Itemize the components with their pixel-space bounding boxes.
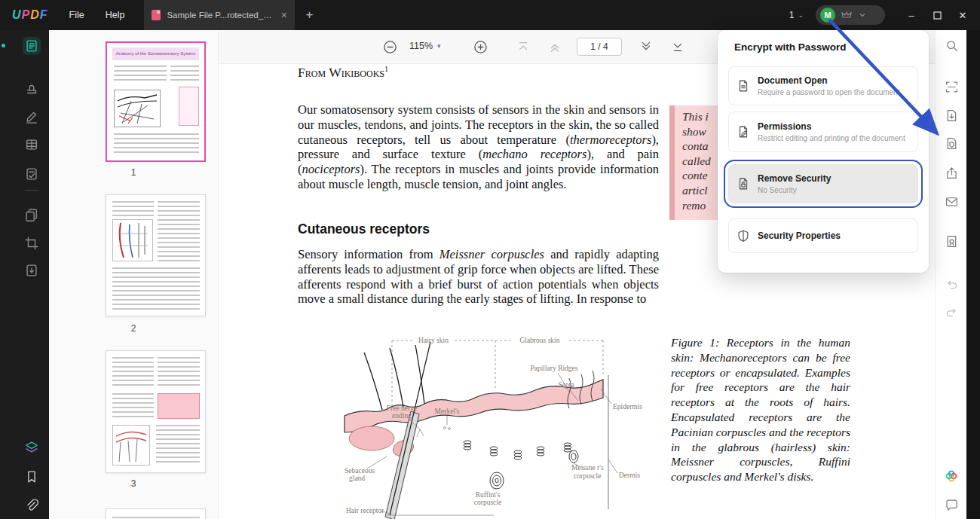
document-count-dropdown[interactable]: 1 ⌄: [789, 10, 804, 20]
paragraph-1: Our somatosensory system consists of sen…: [298, 102, 659, 192]
figure-label-dermis: Dermis: [619, 472, 640, 479]
page-indicator[interactable]: 1 / 4: [577, 38, 622, 56]
page-thumbnail-2[interactable]: [106, 194, 206, 316]
previous-page-button[interactable]: [547, 38, 563, 55]
zoom-out-button[interactable]: [381, 38, 398, 55]
attachment-icon[interactable]: [23, 496, 41, 514]
menu-file[interactable]: File: [69, 10, 84, 20]
save-as-icon[interactable]: [943, 107, 960, 124]
stamp-icon[interactable]: [23, 80, 41, 98]
permissions-option[interactable]: Permissions Restrict editing and printin…: [728, 111, 918, 152]
bookmark-icon[interactable]: [23, 468, 41, 486]
chevron-down-icon: [858, 11, 867, 20]
thumbnail-panel: Anatomy of the Somatosensory System 1 2: [49, 30, 219, 519]
page-thumbnails-icon[interactable]: [23, 37, 41, 55]
security-properties-option[interactable]: Security Properties: [728, 218, 918, 253]
thumb-text-lines: [114, 133, 199, 154]
updf-logo: U P D F: [12, 8, 48, 22]
ocr-icon[interactable]: [943, 78, 960, 95]
right-toolbar: [935, 30, 966, 519]
window-right-edge: [966, 30, 980, 519]
document-icon: [737, 79, 750, 93]
panel-handle-dot[interactable]: [2, 44, 5, 47]
thumb3-figure: [112, 425, 150, 466]
logo-letter: P: [22, 8, 31, 22]
redo-icon[interactable]: [943, 304, 960, 320]
paragraph-2: Sensory information from Meissner corpus…: [298, 247, 659, 307]
avatar[interactable]: M: [820, 8, 835, 23]
certificate-icon[interactable]: [943, 233, 960, 249]
rail-divider: [25, 190, 38, 191]
security-icon[interactable]: [943, 135, 960, 151]
ai-assistant-icon[interactable]: [943, 468, 960, 484]
crown-icon: [841, 9, 853, 21]
document-edit-icon: [737, 125, 750, 139]
doc-source-text: From Wikibooks: [298, 65, 384, 80]
next-page-button[interactable]: [638, 38, 654, 55]
figure-label-ruffini: Ruffini's: [476, 491, 501, 499]
doc-source-footnote: 1: [384, 65, 388, 73]
page-thumbnail-3[interactable]: [106, 350, 206, 473]
titlebar: U P D F File Help Sample File P...rotect…: [0, 0, 980, 30]
card-title: Remove Security: [758, 173, 831, 184]
close-button[interactable]: ✕: [950, 0, 975, 30]
table-icon[interactable]: [23, 136, 41, 154]
figure-label-free-nerve: Free nerve: [387, 405, 417, 412]
remove-security-option[interactable]: Remove Security No Security: [728, 164, 918, 203]
figure-label-hairy-skin: Hairy skin: [418, 337, 449, 344]
share-icon[interactable]: [943, 164, 960, 181]
figure-label-ruffini: corpuscle: [474, 499, 501, 506]
thumb3-highlight: [158, 393, 200, 419]
comment-icon[interactable]: [943, 496, 960, 513]
thumb-label-2: 2: [49, 323, 218, 334]
chevron-down-icon: ⌄: [798, 11, 804, 19]
zoom-in-button[interactable]: [472, 38, 488, 55]
zoom-level-dropdown[interactable]: 115% ▾: [409, 41, 441, 51]
last-page-button[interactable]: [669, 38, 686, 55]
pages-icon[interactable]: [23, 206, 41, 224]
zoom-level-value: 115%: [409, 41, 433, 51]
first-page-button[interactable]: [515, 38, 531, 55]
thumb2-figure: [112, 219, 153, 261]
card-title: Document Open: [758, 75, 899, 86]
card-subtitle: Restrict editing and printing of the doc…: [758, 134, 905, 142]
crop-icon[interactable]: [23, 234, 41, 252]
document-count: 1: [789, 10, 795, 20]
thumb-text-lines: [158, 357, 200, 389]
account-pill[interactable]: M: [816, 5, 885, 25]
thumb-text-lines: [158, 201, 200, 261]
card-title: Permissions: [758, 121, 905, 132]
signature-icon[interactable]: [23, 108, 41, 126]
figure-caption: Figure 1: Receptors in the human skin: M…: [671, 335, 850, 484]
document-tab[interactable]: Sample File P...rotected_Copy ✕: [144, 0, 295, 30]
undo-icon[interactable]: [943, 276, 960, 292]
document-open-option[interactable]: Document Open Require a password to open…: [728, 66, 918, 105]
figure-label-sebaceous-gland: Sebaceous: [345, 467, 375, 475]
tab-title: Sample File P...rotected_Copy: [167, 11, 274, 20]
doc-source-line: From Wikibooks1: [298, 65, 388, 81]
form-icon[interactable]: [23, 165, 41, 183]
new-tab-button[interactable]: +: [305, 8, 313, 23]
thumb-text-lines: [112, 267, 200, 310]
logo-letter: D: [30, 8, 40, 22]
layers-icon[interactable]: [23, 438, 41, 456]
minimize-button[interactable]: –: [899, 0, 924, 30]
tab-close-icon[interactable]: ✕: [280, 11, 287, 20]
pdf-file-icon: [152, 10, 161, 20]
mail-icon[interactable]: [943, 193, 960, 209]
card-subtitle: No Security: [758, 186, 831, 194]
chevron-down-icon: ▾: [437, 42, 441, 50]
page-thumbnail-1[interactable]: Anatomy of the Somatosensory System: [106, 41, 206, 162]
figure-label-septa: Septa: [558, 381, 574, 389]
figure-label-hair-receptor: Hair receptor: [346, 507, 384, 514]
maximize-button[interactable]: [924, 0, 950, 30]
page-thumbnail-4[interactable]: [106, 508, 206, 519]
thumb-text-lines: [112, 357, 154, 389]
thumb-label-3: 3: [49, 478, 218, 489]
search-icon[interactable]: [943, 37, 960, 53]
extract-icon[interactable]: [23, 261, 41, 279]
menu-help[interactable]: Help: [106, 10, 125, 20]
figure-label-free-nerve: ending: [392, 412, 412, 420]
encrypt-with-password-popup: Encrypt with Password Document Open Requ…: [718, 30, 929, 273]
thumb1-pink-note: [179, 87, 199, 126]
